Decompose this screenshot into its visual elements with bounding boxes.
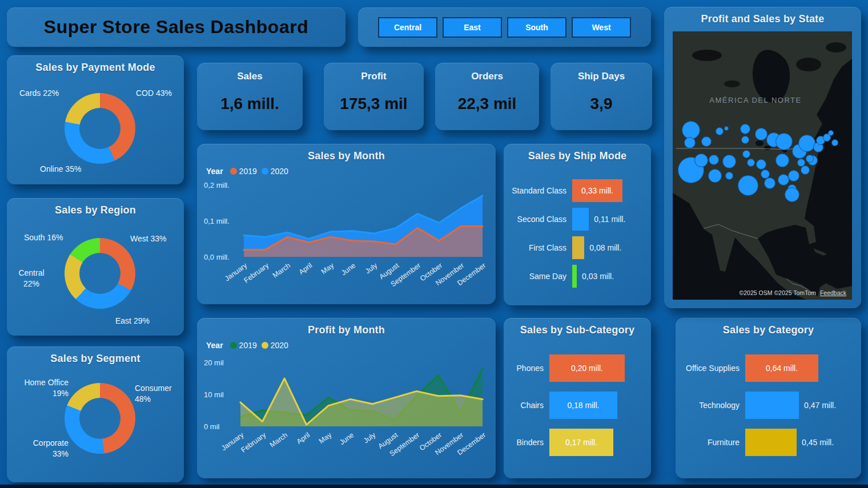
map-bubble[interactable]	[725, 172, 733, 180]
bar[interactable]: 0,64 mill.	[745, 354, 818, 382]
legend-item-2020[interactable]: 2020	[262, 167, 288, 176]
x-axis-labels: JanuaryFebruaryMarchAprilMayJuneJulyAugu…	[240, 427, 483, 462]
panel-sales-by-sub-category: Sales by Sub-Category Phones0,20 mill.Ch…	[504, 318, 651, 478]
bar[interactable]: 0,17 mill.	[549, 429, 613, 456]
map-bubble[interactable]	[708, 169, 722, 183]
bar-label: Same Day	[504, 272, 566, 281]
donut-label-home-office: Home Office 19%	[15, 377, 69, 399]
bar[interactable]: 0,33 mill.	[572, 179, 622, 202]
kpi-value: 175,3 mil	[340, 95, 407, 113]
kpi-value: 22,3 mil	[458, 95, 517, 113]
panel-title: Sales by Sub-Category	[504, 324, 651, 336]
bar-chart-sub-category: Phones0,20 mill.Chairs0,18 mill.Binders0…	[504, 354, 651, 466]
filter-button-central[interactable]: Central	[378, 17, 437, 38]
bar-track: 0,11 mill.	[572, 208, 622, 231]
bar[interactable]	[572, 208, 589, 231]
bar-track: 0,18 mill.	[549, 392, 625, 419]
map-bubble[interactable]	[778, 174, 789, 185]
panel-title: Profit by Month	[197, 324, 496, 336]
x-axis-labels: JanuaryFebruaryMarchAprilMayJuneJulyAugu…	[244, 258, 483, 292]
donut-label-central: Central 22%	[14, 268, 49, 289]
bar[interactable]	[572, 236, 584, 259]
map-bubble[interactable]	[788, 170, 799, 182]
panel-sales-by-ship-mode: Sales by Ship Mode Standard Class0,33 mi…	[504, 144, 651, 305]
legend-dot-2019	[230, 342, 237, 349]
map-bubble[interactable]	[764, 178, 775, 189]
kpi-label: Orders	[471, 71, 503, 82]
map-bubble[interactable]	[785, 187, 799, 202]
map-bubble[interactable]	[755, 128, 767, 140]
bar-row: Technology0,47 mill.	[676, 392, 861, 419]
map-bubble[interactable]	[775, 133, 793, 150]
bar[interactable]	[745, 429, 797, 456]
bar-track: 0,20 mill.	[549, 354, 625, 382]
bar[interactable]	[572, 265, 577, 288]
map-bubble[interactable]	[716, 127, 724, 135]
map-bubble[interactable]	[798, 135, 815, 152]
map-bubble[interactable]	[756, 159, 766, 170]
bar-row: Standard Class0,33 mill.	[504, 179, 651, 202]
legend-item-2019[interactable]: 2019	[230, 341, 257, 350]
filter-button-south[interactable]: South	[507, 17, 566, 38]
panel-title: Sales by Region	[7, 204, 184, 216]
bar[interactable]	[745, 392, 799, 419]
bar-value: 0,20 mill.	[549, 364, 625, 373]
map-bubble[interactable]	[828, 130, 834, 136]
bar-label: Technology	[676, 401, 740, 410]
kpi-label: Sales	[237, 71, 262, 82]
bar-row: Second Class0,11 mill.	[504, 208, 651, 231]
legend-item-2019[interactable]: 2019	[230, 167, 257, 176]
donut-chart-segment[interactable]	[65, 383, 135, 454]
legend-item-2020[interactable]: 2020	[262, 341, 288, 350]
bar[interactable]: 0,20 mill.	[549, 354, 625, 382]
map-bubble[interactable]	[684, 137, 696, 148]
map-bubble[interactable]	[831, 139, 838, 146]
bar-track: 0,08 mill.	[572, 236, 622, 259]
map-bubble[interactable]	[801, 166, 810, 175]
bar-track: 0,45 mill.	[745, 429, 818, 456]
filter-button-west[interactable]: West	[572, 17, 631, 38]
kpi-value: 1,6 mill.	[220, 95, 279, 113]
bar-row: Chairs0,18 mill.	[504, 392, 651, 419]
donut-label-online: Online 35%	[40, 164, 81, 175]
map-bubble[interactable]	[722, 155, 736, 168]
panel-sales-by-category: Sales by Category Office Supplies0,64 mi…	[676, 318, 861, 478]
donut-hole	[79, 108, 120, 149]
y-axis-labels: 20 mil10 mil0 mil	[204, 362, 240, 426]
filter-button-east[interactable]: East	[443, 17, 502, 38]
legend-title: Year	[206, 341, 223, 350]
bar-value: 0,47 mill.	[804, 401, 836, 410]
map-bubble[interactable]	[741, 136, 749, 144]
map-canvas[interactable]: AMÉRICA DEL NORTE ©2025 OSM ©2025 TomTom…	[673, 31, 852, 300]
area-chart-sales-by-month[interactable]	[244, 185, 483, 257]
map-bubble[interactable]	[742, 150, 750, 158]
bar-chart-category: Office Supplies0,64 mill.Technology0,47 …	[676, 354, 861, 466]
map-bubble[interactable]	[701, 136, 712, 147]
map-bubble[interactable]	[682, 121, 700, 139]
map-feedback-link[interactable]: Feedback	[820, 289, 846, 296]
bar[interactable]: 0,18 mill.	[549, 392, 617, 419]
bar-value: 0,33 mill.	[572, 186, 622, 195]
legend-label: 2019	[239, 341, 257, 350]
map-bubble[interactable]	[724, 126, 729, 131]
bar-value: 0,17 mill.	[549, 438, 613, 447]
panel-sales-by-payment-mode: Sales by Payment Mode Cards 22% COD 43% …	[7, 55, 184, 184]
y-axis-tick-label: 0,0 mill.	[204, 253, 230, 261]
map-bubble[interactable]	[709, 155, 719, 165]
map-bubble[interactable]	[740, 124, 750, 134]
map-bubble[interactable]	[747, 159, 755, 167]
donut-label-cod: COD 43%	[136, 88, 172, 99]
donut-chart-region[interactable]	[65, 238, 135, 309]
map-bubble[interactable]	[775, 154, 789, 167]
kpi-card-orders: Orders 22,3 mil	[435, 63, 539, 130]
donut-label-consumer: Consumer 48%	[135, 383, 180, 405]
bar-label: Second Class	[504, 215, 566, 224]
bar-label: Phones	[504, 364, 544, 373]
donut-chart-payment[interactable]	[65, 93, 135, 164]
area-chart-profit-by-month[interactable]	[240, 362, 483, 426]
map-bubble[interactable]	[806, 155, 814, 163]
map-bubble[interactable]	[694, 154, 708, 167]
bar-value: 0,18 mill.	[549, 401, 617, 410]
header-panel: Super Store Sales Dashboard	[7, 7, 345, 47]
map-bubble[interactable]	[738, 175, 758, 196]
